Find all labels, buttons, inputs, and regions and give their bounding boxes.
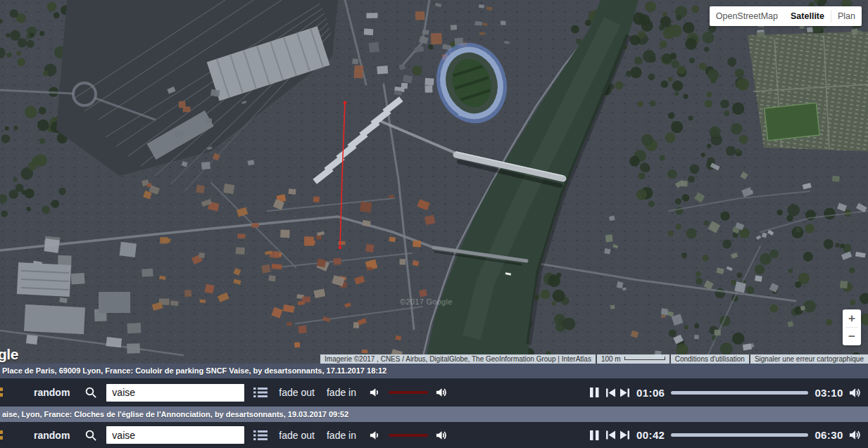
fade-in-button[interactable]: fade in [327,430,356,441]
random-button[interactable]: random [34,387,70,398]
previous-track-button[interactable] [605,388,616,397]
search-input[interactable] [106,384,244,402]
satellite-map-canvas[interactable]: ©2017 Google gle OpenStreetMap Satellite… [0,0,868,364]
map-attribution-bar: Imagerie ©2017 , CNES / Airbus, DigitalG… [319,354,868,364]
layer-option-openstreetmap[interactable]: OpenStreetMap [710,6,784,26]
volume-up-icon[interactable] [436,387,448,398]
total-duration: 06:30 [814,429,843,441]
edge-marker-icon [0,388,3,397]
fade-out-button[interactable]: fade out [279,387,315,398]
track2-player-bar: random fade out fade in 00:42 [0,422,868,448]
playlist-icon[interactable] [253,387,268,398]
previous-track-button[interactable] [605,430,616,440]
volume-down-icon[interactable] [370,430,381,441]
edge-marker-icon [0,430,3,440]
elapsed-time: 01:06 [636,387,665,399]
mute-toggle-icon[interactable] [849,429,862,441]
pause-button[interactable] [589,387,600,398]
satellite-imagery [0,0,868,364]
seek-bar[interactable] [671,391,808,395]
track1-status-bar: Place de Paris, 69009 Lyon, France: Coul… [0,364,868,378]
volume-slider[interactable] [389,391,428,394]
playlist-icon[interactable] [253,430,268,441]
pause-button[interactable] [589,430,600,441]
map-scale: 100 m [597,354,669,364]
scale-label: 100 m [601,355,621,363]
search-input[interactable] [106,426,244,444]
layer-option-plan[interactable]: Plan [831,6,862,26]
fade-out-button[interactable]: fade out [279,430,315,441]
track2-status-bar: aise, Lyon, France: Cloches de l'église … [0,407,868,422]
terms-link[interactable]: Conditions d'utilisation [671,354,749,364]
elapsed-time: 00:42 [636,429,665,441]
report-error-link[interactable]: Signaler une erreur cartographique [750,354,868,364]
seek-bar[interactable] [671,433,808,437]
google-logo-partial[interactable]: gle [0,346,18,363]
search-icon[interactable] [84,429,97,442]
google-watermark: ©2017 Google [400,297,453,306]
zoom-out-button[interactable]: − [843,328,861,345]
zoom-in-button[interactable]: + [843,309,861,327]
next-track-button[interactable] [619,388,630,397]
mute-toggle-icon[interactable] [849,387,862,399]
volume-up-icon[interactable] [436,430,448,441]
volume-down-icon[interactable] [370,387,381,398]
map-zoom-control: + − [843,309,861,345]
volume-slider[interactable] [389,434,428,437]
next-track-button[interactable] [619,430,630,440]
track1-player-bar: random fade out fade in 01:06 [0,378,868,407]
total-duration: 03:10 [814,387,843,399]
imagery-attribution: Imagerie ©2017 , CNES / Airbus, DigitalG… [320,354,596,364]
fade-in-button[interactable]: fade in [327,387,356,398]
layer-option-satellite[interactable]: Satellite [784,6,831,26]
sound-map-app: ©2017 Google gle OpenStreetMap Satellite… [0,0,868,448]
sports-pitch [765,103,819,140]
map-layer-control: OpenStreetMap Satellite Plan [710,6,862,26]
search-icon[interactable] [84,386,97,399]
random-button[interactable]: random [34,430,70,441]
scale-bar-icon [624,357,665,360]
